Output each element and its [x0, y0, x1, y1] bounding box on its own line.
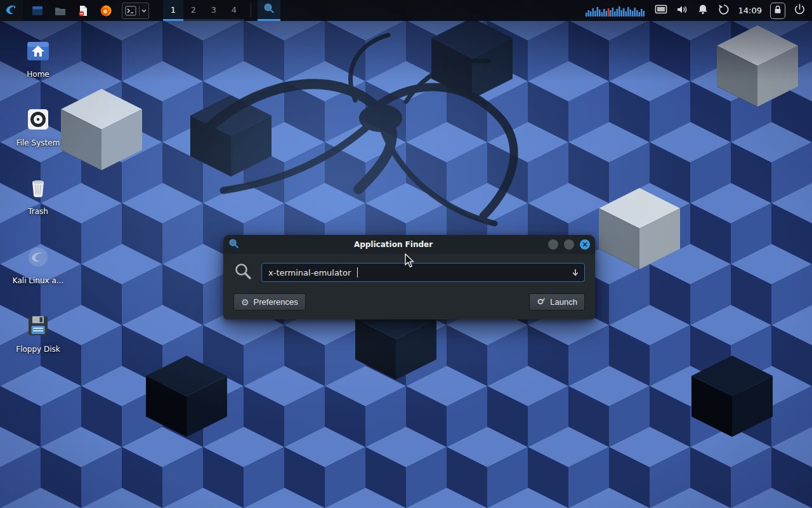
applications-menu-button[interactable] — [0, 0, 23, 21]
desktop-icon-label: Home — [27, 70, 49, 79]
combo-arrow-icon[interactable] — [571, 268, 580, 277]
desktop-icon-file-system[interactable]: File System — [8, 105, 69, 147]
desktop-icon-kali-linux[interactable]: Kali Linux a... — [8, 243, 69, 285]
titlebar[interactable]: Application Finder ✕ — [223, 235, 595, 254]
chevron-down-icon[interactable] — [141, 4, 147, 17]
text-caret — [357, 267, 358, 277]
firefox-icon[interactable] — [99, 3, 113, 18]
system-tray: 14:09 — [586, 0, 812, 21]
launch-icon — [537, 297, 546, 307]
panel-separator — [251, 4, 251, 17]
launch-button-label: Launch — [550, 297, 577, 307]
clock[interactable]: 14:09 — [738, 6, 762, 15]
screen-lock-button[interactable] — [770, 3, 785, 19]
launch-button[interactable]: Launch — [529, 293, 585, 311]
desktop-icon-label: Floppy Disk — [16, 345, 60, 354]
search-entry-text: x-terminal-emulator — [268, 268, 351, 277]
top-panel: 1 2 3 4 — [0, 0, 812, 21]
desktop-icon-home[interactable]: Home — [8, 37, 69, 79]
desktop-icon-label: Kali Linux a... — [13, 277, 63, 285]
maximize-button[interactable] — [564, 239, 574, 250]
kali-docs-icon — [24, 243, 52, 274]
desktop-icon-floppy-disk[interactable]: Floppy Disk — [8, 312, 69, 354]
taskbar-application-finder[interactable] — [258, 0, 280, 21]
workspace-3[interactable]: 3 — [204, 0, 224, 21]
file-manager-icon[interactable] — [53, 3, 67, 18]
desktop: 1 2 3 4 — [0, 0, 812, 508]
terminal-icon — [124, 3, 138, 18]
taskbar-launchers — [23, 0, 157, 21]
gear-icon: ⚙ — [241, 298, 249, 307]
search-icon — [233, 262, 252, 283]
desktop-icon-column: Home File System Trash Kali Linux a... F… — [8, 37, 69, 354]
audio-spectrum-visualizer[interactable] — [586, 3, 646, 19]
window-app-icon — [228, 238, 239, 251]
updates-icon[interactable] — [717, 3, 730, 18]
logout-power-icon[interactable] — [794, 3, 806, 18]
workspace-switcher: 1 2 3 4 — [163, 0, 244, 21]
desktop-icon-label: File System — [16, 139, 60, 147]
search-row: x-terminal-emulator — [233, 262, 585, 283]
application-finder-window: Application Finder ✕ x-terminal-emulator — [223, 235, 595, 319]
trash-icon — [24, 174, 52, 204]
application-finder-icon — [263, 3, 275, 17]
floppy-disk-icon — [24, 312, 52, 342]
button-row: ⚙ Preferences Launch — [233, 293, 585, 311]
file-system-drive-icon — [24, 105, 52, 136]
divider — [139, 6, 140, 16]
preferences-button-label: Preferences — [254, 297, 298, 307]
workspace-2[interactable]: 2 — [183, 0, 204, 21]
minimize-button[interactable] — [548, 239, 558, 250]
workspace-1[interactable]: 1 — [163, 0, 183, 21]
workspace-4[interactable]: 4 — [224, 0, 244, 21]
window-title: Application Finder — [249, 240, 538, 249]
panel-spacer — [280, 0, 586, 21]
window-buttons-icon[interactable] — [30, 3, 44, 18]
close-button[interactable]: ✕ — [580, 239, 590, 250]
preferences-button[interactable]: ⚙ Preferences — [233, 293, 306, 311]
notifications-bell-icon[interactable] — [697, 3, 709, 18]
text-editor-icon[interactable] — [76, 3, 90, 18]
desktop-icon-trash[interactable]: Trash — [8, 174, 69, 216]
display-icon[interactable] — [655, 3, 667, 18]
lock-icon — [773, 4, 783, 17]
home-folder-icon — [24, 37, 52, 67]
window-buttons: ✕ — [548, 239, 590, 250]
terminal-launcher[interactable] — [122, 3, 149, 19]
finder-body: x-terminal-emulator ⚙ Preferences Launc — [223, 254, 595, 319]
desktop-icon-label: Trash — [28, 208, 48, 216]
volume-icon[interactable] — [676, 3, 688, 18]
search-entry[interactable]: x-terminal-emulator — [261, 263, 585, 282]
kali-menu-icon — [4, 3, 18, 18]
